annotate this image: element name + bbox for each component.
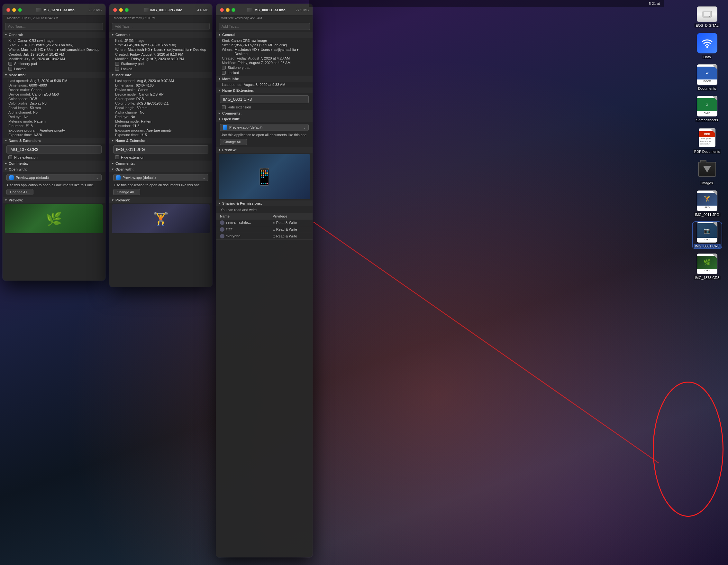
- sharing-content-3: You can read and write Name Privilege se…: [216, 206, 313, 241]
- desktop-icon-spreadsheets[interactable]: X XLSX Spreadsheets: [693, 96, 722, 122]
- more-info-section-1[interactable]: ▼ More Info:: [3, 72, 105, 78]
- images-label: Images: [700, 181, 714, 185]
- traffic-lights-1[interactable]: [6, 8, 22, 12]
- close-button-1[interactable]: [6, 8, 10, 12]
- preview-image-1: [5, 204, 103, 233]
- maximize-button-3[interactable]: [232, 8, 235, 12]
- maximize-button-1[interactable]: [18, 8, 22, 12]
- locked-2[interactable]: Locked: [109, 66, 212, 71]
- hide-ext-3[interactable]: Hide extension: [216, 105, 313, 110]
- preview-section-1[interactable]: ▼ Preview:: [3, 197, 105, 203]
- desktop-icon-data[interactable]: Data: [693, 33, 722, 59]
- col-name: Name: [216, 213, 269, 219]
- cr3-thumb: 📷 CR3: [697, 222, 717, 242]
- desktop-icon-docs[interactable]: W DOCX Documents: [693, 64, 722, 91]
- desktop-icon-img1378[interactable]: 🌿 CR3 IMG_1378.CR3: [693, 253, 722, 280]
- documents-label: Documents: [697, 86, 717, 91]
- modified-2: Modified: Yesterday, 8:10 PM: [109, 15, 212, 21]
- perm-user-2: staff: [216, 226, 269, 233]
- img0001-label: IMG_0001.CR3: [694, 244, 721, 248]
- tags-input-1[interactable]: [5, 23, 103, 30]
- sharing-section-3[interactable]: ▼ Sharing & Permissions:: [216, 200, 313, 206]
- name-ext-section-3[interactable]: ▼ Name & Extension:: [216, 87, 313, 93]
- preview-bottle-img: [112, 204, 210, 233]
- more-info-section-2[interactable]: ▼ More Info:: [109, 72, 212, 78]
- locked-1[interactable]: Locked: [3, 66, 105, 71]
- name-ext-section-1[interactable]: ▼ Name & Extension:: [3, 138, 105, 143]
- window-title-1: IMG_1378.CR3 Info: [42, 8, 75, 12]
- preview-section-3[interactable]: ▼ Preview:: [216, 147, 313, 153]
- images-folder-icon: [697, 159, 717, 179]
- comments-section-3[interactable]: ▼ Comments:: [216, 110, 313, 116]
- locked-3[interactable]: Locked: [216, 70, 313, 75]
- desktop-icon-eos[interactable]: EOS_DIGITAL: [693, 6, 722, 28]
- traffic-lights-3[interactable]: [220, 8, 235, 12]
- filesize-3: 27.9 MB: [296, 8, 309, 12]
- close-button-3[interactable]: [220, 8, 224, 12]
- comments-section-2[interactable]: ▼ Comments:: [109, 160, 212, 166]
- hide-ext-1[interactable]: Hide extension: [3, 155, 105, 160]
- change-all-btn-1[interactable]: Change All...: [6, 189, 33, 195]
- change-all-btn-3[interactable]: Change All...: [220, 139, 247, 145]
- name-ext-content-3: IMG_0001.CR3 Hide extension: [216, 93, 313, 110]
- docx-thumb: W DOCX: [697, 64, 717, 85]
- name-ext-section-2[interactable]: ▼ Name & Extension:: [109, 138, 212, 143]
- traffic-lights-2[interactable]: [113, 8, 129, 12]
- general-section-1[interactable]: ▼ General:: [3, 32, 105, 38]
- pdf-icon: PDF Lorem ipsum dolor sit amet consectet…: [697, 127, 717, 148]
- general-section-2[interactable]: ▼ General:: [109, 32, 212, 38]
- general-section-3[interactable]: ▼ General:: [216, 32, 313, 38]
- desktop-icon-img0011[interactable]: 🏋️ JPG IMG_0011.JPG: [693, 190, 722, 217]
- comments-section-1[interactable]: ▼ Comments:: [3, 160, 105, 166]
- more-info-content-2: Last opened:Aug 8, 2020 at 9:07 AM Dimen…: [109, 78, 212, 138]
- desktop-icon-img0001[interactable]: 📷 CR3 IMG_0001.CR3: [693, 222, 722, 248]
- change-all-btn-2[interactable]: Change All...: [113, 189, 140, 195]
- svg-point-2: [709, 16, 710, 17]
- user-icon-2: [220, 227, 224, 232]
- perm-user-3: everyone: [216, 233, 269, 240]
- name-ext-content-2: IMG_0011.JPG Hide extension: [109, 143, 212, 160]
- stationery-pad-2[interactable]: Stationery pad: [109, 61, 212, 66]
- preview-image-3: 📱: [219, 154, 310, 199]
- general-content-2: Kind:JPEG image Size:4,645,306 bytes (4.…: [109, 38, 212, 72]
- pdf-label: PDF Documents: [693, 149, 722, 154]
- window-title-2: IMG_0011.JPG Info: [150, 8, 182, 12]
- more-info-section-3[interactable]: ▼ More Info:: [216, 76, 313, 82]
- open-with-section-2[interactable]: ▼ Open with:: [109, 166, 212, 172]
- stationery-pad-3[interactable]: Stationery pad: [216, 65, 313, 70]
- maximize-button-2[interactable]: [125, 8, 129, 12]
- app-dropdown-3[interactable]: Preview.app (default) ⌄: [220, 124, 309, 131]
- modified-1: Modified: July 19, 2020 at 10:42 AM: [3, 15, 105, 21]
- hide-ext-2[interactable]: Hide extension: [109, 155, 212, 160]
- close-button-2[interactable]: [113, 8, 117, 12]
- app-dropdown-2[interactable]: Preview.app (default) ⌄: [113, 174, 208, 181]
- minimize-button-3[interactable]: [226, 8, 230, 12]
- desktop-icon-images[interactable]: Images: [693, 159, 722, 185]
- down-arrow-icon: [703, 166, 711, 172]
- triangle-1: ▼: [5, 33, 7, 36]
- open-with-section-1[interactable]: ▼ Open with:: [3, 166, 105, 172]
- preview-section-2[interactable]: ▼ Preview:: [109, 197, 212, 203]
- filename-input-2[interactable]: IMG_0011.JPG: [113, 145, 208, 153]
- desktop-icon-pdf[interactable]: PDF Lorem ipsum dolor sit amet consectet…: [693, 127, 722, 154]
- data-label: Data: [702, 55, 712, 59]
- minimize-button-1[interactable]: [12, 8, 16, 12]
- stationery-pad-1[interactable]: Stationery pad: [3, 61, 105, 66]
- cr3-thumb2: 🌿 CR3: [697, 253, 717, 274]
- stationery-checkbox-1[interactable]: [8, 62, 12, 66]
- filename-input-1[interactable]: IMG_1378.CR3: [6, 145, 102, 153]
- preview-tablet-img: 📱: [219, 154, 310, 199]
- file-icon-1: [36, 8, 41, 12]
- open-with-section-3[interactable]: ▼ Open with:: [216, 116, 313, 122]
- desktop-icons: EOS_DIGITAL Data W DOCX Documents: [693, 6, 722, 280]
- app-dropdown-1[interactable]: Preview.app (default) ⌄: [6, 174, 102, 181]
- tags-input-3[interactable]: [219, 23, 310, 30]
- col-privilege: Privilege: [269, 213, 313, 219]
- open-with-content-3: Preview.app (default) ⌄ Use this applica…: [216, 122, 313, 147]
- perm-priv-1: ◇ Read & Write: [269, 219, 313, 226]
- minimize-button-2[interactable]: [119, 8, 123, 12]
- locked-checkbox-1[interactable]: [8, 67, 12, 71]
- filename-input-3[interactable]: IMG_0001.CR3: [220, 95, 309, 103]
- perm-row-2: staff ◇ Read & Write: [216, 226, 313, 233]
- tags-input-2[interactable]: [112, 23, 210, 30]
